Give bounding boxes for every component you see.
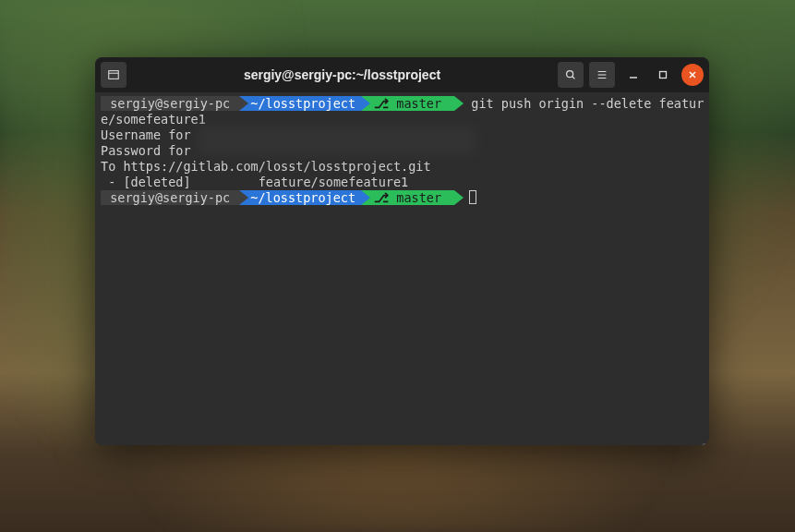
separator-icon bbox=[361, 96, 370, 111]
search-icon bbox=[564, 68, 577, 81]
command-text: git push origin --delete featur bbox=[471, 96, 704, 111]
branch-name: master bbox=[396, 190, 441, 205]
svg-rect-8 bbox=[660, 72, 667, 79]
close-button[interactable] bbox=[681, 64, 704, 86]
close-icon bbox=[688, 70, 697, 79]
user-host-segment: sergiy@sergiy-pc bbox=[101, 96, 239, 111]
new-tab-button[interactable] bbox=[101, 62, 126, 88]
minimize-button[interactable] bbox=[622, 64, 644, 86]
hamburger-icon bbox=[596, 68, 608, 81]
svg-line-3 bbox=[572, 77, 575, 79]
terminal-cursor bbox=[469, 190, 476, 204]
branch-segment: ⎇ master bbox=[370, 190, 454, 205]
separator-icon bbox=[454, 96, 464, 111]
username-prompt-label: Username for bbox=[101, 127, 191, 142]
prompt-line-1: sergiy@sergiy-pc ~/losstproject⎇ master … bbox=[101, 96, 704, 112]
separator-icon bbox=[454, 190, 464, 205]
branch-segment: ⎇ master bbox=[370, 96, 454, 111]
terminal-window: sergiy@sergiy-pc:~/losstproject sergiy@s… bbox=[95, 57, 709, 445]
password-prompt-label: Password for bbox=[101, 143, 191, 158]
maximize-icon bbox=[658, 70, 668, 79]
new-tab-icon bbox=[107, 68, 120, 81]
user-host-segment: sergiy@sergiy-pc bbox=[101, 190, 239, 205]
svg-rect-0 bbox=[109, 71, 119, 79]
window-titlebar[interactable]: sergiy@sergiy-pc:~/losstproject bbox=[95, 57, 709, 92]
redacted-text bbox=[199, 126, 476, 155]
output-line: To https://gitlab.com/losst/losstproject… bbox=[101, 159, 704, 175]
window-title: sergiy@sergiy-pc:~/losstproject bbox=[132, 67, 552, 82]
maximize-button[interactable] bbox=[652, 64, 674, 86]
minimize-icon bbox=[629, 70, 638, 79]
output-line: - [deleted] feature/somefeature1 bbox=[101, 175, 704, 190]
search-button[interactable] bbox=[558, 62, 584, 88]
path-segment: ~/losstproject bbox=[248, 96, 361, 111]
branch-name: master bbox=[396, 96, 441, 111]
output-line: Username for bbox=[101, 127, 704, 143]
git-branch-icon: ⎇ bbox=[374, 96, 389, 111]
path-segment: ~/losstproject bbox=[248, 190, 361, 205]
svg-point-2 bbox=[567, 71, 573, 78]
prompt-line-2: sergiy@sergiy-pc ~/losstproject⎇ master bbox=[101, 190, 704, 206]
separator-icon bbox=[239, 96, 248, 111]
menu-button[interactable] bbox=[589, 62, 615, 88]
separator-icon bbox=[239, 190, 248, 205]
git-branch-icon: ⎇ bbox=[374, 190, 389, 205]
separator-icon bbox=[361, 190, 370, 205]
terminal-content[interactable]: sergiy@sergiy-pc ~/losstproject⎇ master … bbox=[95, 92, 709, 445]
